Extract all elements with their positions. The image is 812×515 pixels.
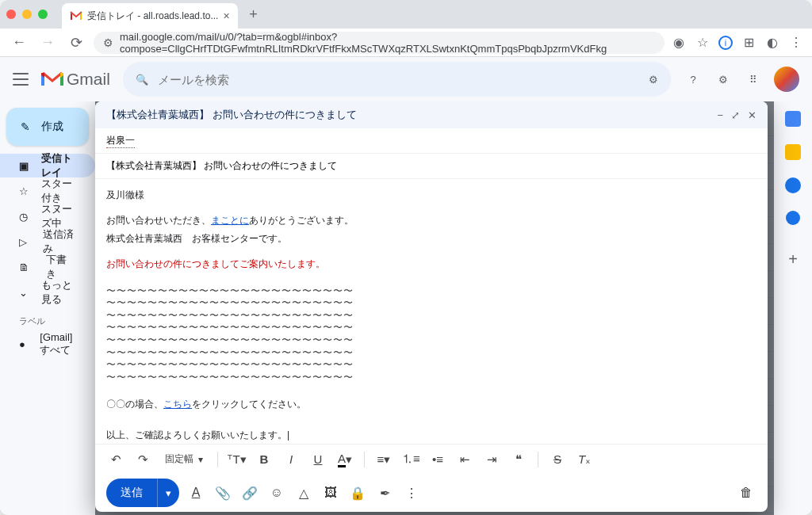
redo-button[interactable]: ↷ <box>133 450 152 469</box>
apps-grid-icon[interactable]: ⠿ <box>744 70 763 89</box>
makotoni-link[interactable]: まことに <box>211 215 249 226</box>
tab-close-icon[interactable]: × <box>223 10 229 22</box>
new-tab-button[interactable]: + <box>243 3 265 25</box>
tasks-icon[interactable] <box>785 177 801 193</box>
label-icon: ● <box>19 338 27 350</box>
reload-button[interactable]: ⟳ <box>65 32 87 54</box>
eye-icon[interactable]: ◉ <box>671 35 687 51</box>
more-options-icon[interactable]: ⋮ <box>401 483 422 503</box>
site-info-icon[interactable]: ⚙ <box>103 36 113 49</box>
kochira-link[interactable]: こちら <box>163 399 192 410</box>
bold-button[interactable]: B <box>255 450 274 469</box>
draft-icon: 🗎 <box>19 261 33 273</box>
sidebar-item-more[interactable]: ⌄もっと見る <box>0 280 95 304</box>
search-options-icon[interactable]: ⚙ <box>649 74 658 86</box>
window-close[interactable] <box>6 10 16 19</box>
attach-icon[interactable]: 📎 <box>213 483 233 503</box>
sent-icon: ▷ <box>19 236 30 248</box>
sidebar-item-inbox[interactable]: ▣受信トレイ <box>0 154 95 177</box>
compose-button[interactable]: ✎ 作成 <box>6 108 89 146</box>
bullet-list-button[interactable]: •≡ <box>428 450 447 469</box>
contacts-icon[interactable] <box>786 211 800 225</box>
indent-more-button[interactable]: ⇥ <box>482 450 501 469</box>
sidebar-item-gmail-label[interactable]: ●[Gmail]すべて <box>0 332 95 356</box>
ordered-list-button[interactable]: ⒈≡ <box>401 450 420 469</box>
keep-icon[interactable] <box>785 144 801 160</box>
strikethrough-button[interactable]: S <box>548 450 567 469</box>
menu-icon[interactable]: ⋮ <box>788 35 804 51</box>
close-compose-icon[interactable]: ✕ <box>748 109 756 121</box>
subject-text: 【株式会社青葉城西】 お問い合わせの件につきまして <box>106 159 337 173</box>
compose-label: 作成 <box>41 120 63 134</box>
extension-icon[interactable]: i <box>718 36 733 50</box>
forward-button[interactable]: → <box>36 32 59 54</box>
window-maximize[interactable] <box>38 10 48 19</box>
sidebar-item-drafts[interactable]: 🗎下書き <box>0 255 95 279</box>
search-icon[interactable]: 🔍 <box>136 74 148 86</box>
sidebar: ✎ 作成 ▣受信トレイ ☆スター付き ◷スヌーズ中 ▷送信済み 🗎下書き ⌄もっ… <box>0 101 95 515</box>
url-field[interactable]: ⚙ mail.google.com/mail/u/0/?tab=rm&ogbl#… <box>94 32 665 54</box>
confidential-icon[interactable]: 🔒 <box>347 483 368 503</box>
add-panel-icon[interactable]: + <box>788 250 798 269</box>
compose-header[interactable]: 【株式会社青葉城西】 お問い合わせの件につきまして − ⤢ ✕ <box>95 101 768 128</box>
clear-format-button[interactable]: Tₓ <box>575 450 594 469</box>
sidebar-item-snoozed[interactable]: ◷スヌーズ中 <box>0 204 95 228</box>
drive-icon[interactable]: △ <box>293 483 314 503</box>
gmail-logo[interactable]: Gmail <box>41 70 110 89</box>
star-icon[interactable]: ☆ <box>695 35 710 51</box>
tab-title: 受信トレイ - all.roads.lead.to... <box>87 10 218 23</box>
subject-field[interactable]: 【株式会社青葉城西】 お問い合わせの件につきまして <box>95 154 768 179</box>
fullscreen-compose-icon[interactable]: ⤢ <box>731 109 740 121</box>
pencil-icon: ✎ <box>21 120 30 133</box>
send-options-button[interactable]: ▾ <box>157 479 179 507</box>
browser-tab[interactable]: 受信トレイ - all.roads.lead.to... × <box>62 3 238 29</box>
search-input[interactable] <box>158 73 639 86</box>
search-box[interactable]: 🔍 ⚙ <box>123 62 671 97</box>
side-panel: + <box>774 101 812 515</box>
calendar-icon[interactable] <box>785 111 801 127</box>
help-icon[interactable]: ? <box>684 70 703 89</box>
sidebar-item-starred[interactable]: ☆スター付き <box>0 179 95 203</box>
image-icon[interactable]: 🖼 <box>320 483 341 503</box>
quote-button[interactable]: ❝ <box>509 450 528 469</box>
window-controls <box>6 10 48 19</box>
body-red-line: お問い合わせの件につきましてご案内いたします。 <box>106 256 756 272</box>
minimize-compose-icon[interactable]: − <box>717 109 723 121</box>
undo-button[interactable]: ↶ <box>106 450 125 469</box>
underline-button[interactable]: U <box>308 450 327 469</box>
signature-icon[interactable]: ✒ <box>374 483 395 503</box>
font-size-button[interactable]: ᵀT▾ <box>228 450 247 469</box>
discard-icon[interactable]: 🗑 <box>736 483 756 503</box>
address-bar: ← → ⟳ ⚙ mail.google.com/mail/u/0/?tab=rm… <box>0 29 812 57</box>
main-menu-button[interactable] <box>13 71 29 87</box>
sidebar-item-sent[interactable]: ▷送信済み <box>0 230 95 254</box>
indent-less-button[interactable]: ⇤ <box>455 450 474 469</box>
link-icon[interactable]: 🔗 <box>239 483 260 503</box>
format-toggle-icon[interactable]: A <box>186 483 206 503</box>
align-button[interactable]: ≡▾ <box>374 450 393 469</box>
emoji-icon[interactable]: ☺ <box>266 483 287 503</box>
account-avatar[interactable] <box>774 67 799 92</box>
puzzle-icon[interactable]: ⊞ <box>741 35 756 51</box>
to-field[interactable]: 岩泉一 <box>95 128 768 154</box>
click-line: 〇〇の場合、こちらをクリックしてください。 <box>106 396 756 412</box>
compose-actions: 送信 ▾ A 📎 🔗 ☺ △ 🖼 🔒 ✒ ⋮ 🗑 <box>95 474 768 512</box>
format-toolbar: ↶ ↷ 固定幅▾ ᵀT▾ B I U A▾ ≡▾ ⒈≡ •≡ ⇤ ⇥ ❝ <box>95 444 768 474</box>
browser-tab-bar: 受信トレイ - all.roads.lead.to... × + <box>0 0 812 29</box>
compose-body[interactable]: 及川徹様 お問い合わせいただき、まことにありがとうございます。 株式会社青葉城西… <box>95 179 768 444</box>
profile-icon[interactable]: ◐ <box>764 35 780 51</box>
font-selector[interactable]: 固定幅▾ <box>160 451 208 467</box>
compose-window: 【株式会社青葉城西】 お問い合わせの件につきまして − ⤢ ✕ 岩泉一 【株式会… <box>95 101 768 512</box>
body-line-1: お問い合わせいただき、まことにありがとうございます。 <box>106 212 756 228</box>
back-button[interactable]: ← <box>8 32 30 54</box>
send-button[interactable]: 送信 <box>106 479 157 507</box>
gmail-favicon-icon <box>70 10 82 22</box>
inbox-icon: ▣ <box>19 160 29 172</box>
window-minimize[interactable] <box>22 10 32 19</box>
italic-button[interactable]: I <box>282 450 301 469</box>
text-color-button[interactable]: A▾ <box>335 450 354 469</box>
recipient-chip[interactable]: 岩泉一 <box>106 134 135 148</box>
settings-gear-icon[interactable]: ⚙ <box>714 70 733 89</box>
clock-icon: ◷ <box>19 211 29 223</box>
closing-line: 以上、ご確認よろしくお願いいたします。| <box>106 427 756 443</box>
